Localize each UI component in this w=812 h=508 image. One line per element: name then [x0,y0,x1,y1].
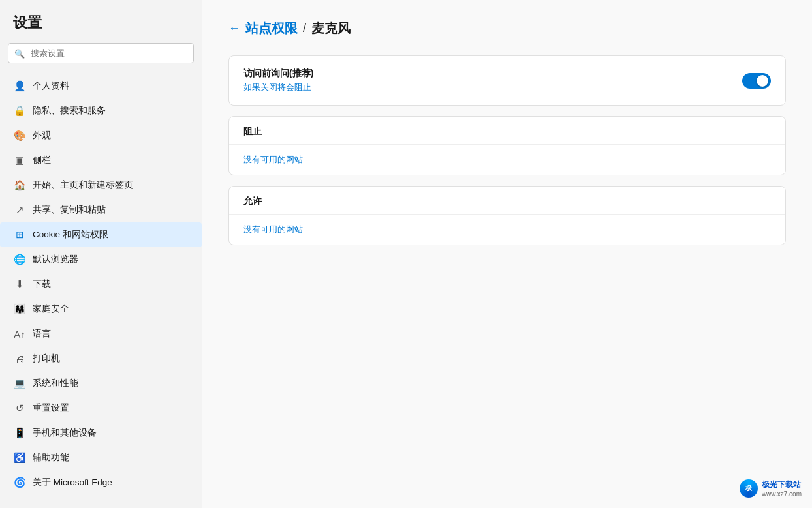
search-input[interactable] [8,43,194,63]
sidebar-item-accessibility[interactable]: ♿ 辅助功能 [0,445,202,470]
nav-icon-mobile: 📱 [13,426,26,440]
allow-empty-text: 没有可用的网站 [229,215,785,245]
ask-section-row: 访问前询问(推荐) 如果关闭将会阻止 [243,68,771,93]
nav-icon-share: ↗ [13,203,26,217]
breadcrumb-current: 麦克风 [311,20,351,37]
nav-icon-print: 🖨 [13,352,26,365]
watermark-logo: 极 [740,479,758,498]
breadcrumb-parent[interactable]: 站点权限 [245,20,298,37]
allow-section-card: 允许 没有可用的网站 [228,186,786,245]
nav-label-startup: 开始、主页和新建标签页 [33,179,133,191]
nav-label-system: 系统和性能 [33,378,78,389]
sidebar-title: 设置 [0,13,202,43]
nav-icon-startup: 🏠 [13,179,26,192]
nav-label-about: 关于 Microsoft Edge [33,477,112,488]
nav-icon-privacy: 🔒 [13,104,26,117]
watermark-text: 极光下载站 www.xz7.com [762,479,802,498]
sidebar-item-browser[interactable]: 🌐 默认浏览器 [0,247,202,272]
nav-list: 👤 个人资料 🔒 隐私、搜索和服务 🎨 外观 ▣ 侧栏 🏠 开始、主页和新建标签… [0,74,202,495]
nav-icon-cookies: ⊞ [13,228,26,241]
ask-section-subtitle: 如果关闭将会阻止 [243,82,313,93]
nav-icon-system: 💻 [13,377,26,390]
watermark-line1: 极光下载站 [762,479,802,490]
back-button[interactable]: ← [228,22,240,35]
nav-icon-language: A↑ [13,327,26,340]
nav-icon-about: 🌀 [13,476,26,489]
sidebar-item-family[interactable]: 👨‍👩‍👧 家庭安全 [0,297,202,321]
sidebar-item-sidebar[interactable]: ▣ 侧栏 [0,148,202,173]
sidebar-item-profile[interactable]: 👤 个人资料 [0,74,202,98]
nav-icon-sidebar: ▣ [13,154,26,167]
nav-icon-accessibility: ♿ [13,451,26,464]
sidebar-item-privacy[interactable]: 🔒 隐私、搜索和服务 [0,98,202,123]
nav-label-print: 打印机 [33,353,60,365]
search-box: 🔍 [8,43,194,63]
nav-icon-downloads: ⬇ [13,278,26,291]
nav-label-accessibility: 辅助功能 [33,452,69,464]
sidebar-item-cookies[interactable]: ⊞ Cookie 和网站权限 [0,222,202,247]
sidebar-item-reset[interactable]: ↺ 重置设置 [0,396,202,421]
ask-section-body: 访问前询问(推荐) 如果关闭将会阻止 [229,56,785,105]
ask-section-text: 访问前询问(推荐) 如果关闭将会阻止 [243,68,313,93]
nav-label-downloads: 下载 [33,278,51,290]
sidebar-item-appearance[interactable]: 🎨 外观 [0,123,202,148]
nav-label-reset: 重置设置 [33,402,69,414]
ask-section-title: 访问前询问(推荐) [243,68,313,80]
search-icon: 🔍 [14,48,25,58]
nav-icon-appearance: 🎨 [13,129,26,142]
block-section-heading: 阻止 [229,117,785,145]
allow-section-heading: 允许 [229,187,785,215]
watermark: 极 极光下载站 www.xz7.com [740,479,802,498]
nav-label-language: 语言 [33,328,51,340]
nav-label-mobile: 手机和其他设备 [33,427,97,439]
main-content: ← 站点权限 / 麦克风 访问前询问(推荐) 如果关闭将会阻止 阻止 没有可用的… [202,0,812,508]
nav-icon-profile: 👤 [13,80,26,93]
sidebar: 设置 🔍 👤 个人资料 🔒 隐私、搜索和服务 🎨 外观 ▣ 侧栏 🏠 开始、主页… [0,0,202,508]
nav-label-share: 共享、复制和粘贴 [33,204,106,216]
breadcrumb: ← 站点权限 / 麦克风 [228,20,786,37]
nav-label-family: 家庭安全 [33,303,69,315]
sidebar-item-mobile[interactable]: 📱 手机和其他设备 [0,421,202,445]
watermark-line2: www.xz7.com [762,490,802,498]
nav-label-appearance: 外观 [33,130,51,142]
nav-icon-reset: ↺ [13,402,26,415]
sidebar-item-language[interactable]: A↑ 语言 [0,321,202,346]
block-empty-text: 没有可用的网站 [229,145,785,175]
sidebar-item-startup[interactable]: 🏠 开始、主页和新建标签页 [0,173,202,198]
ask-toggle[interactable] [742,73,771,89]
sidebar-item-downloads[interactable]: ⬇ 下载 [0,272,202,297]
sidebar-item-print[interactable]: 🖨 打印机 [0,346,202,371]
sidebar-item-system[interactable]: 💻 系统和性能 [0,371,202,396]
sidebar-item-share[interactable]: ↗ 共享、复制和粘贴 [0,198,202,222]
ask-section-card: 访问前询问(推荐) 如果关闭将会阻止 [228,55,786,106]
sidebar-item-about[interactable]: 🌀 关于 Microsoft Edge [0,470,202,495]
breadcrumb-separator: / [303,22,306,35]
nav-label-browser: 默认浏览器 [33,254,78,265]
nav-label-cookies: Cookie 和网站权限 [33,229,108,241]
nav-icon-browser: 🌐 [13,253,26,266]
block-section-card: 阻止 没有可用的网站 [228,116,786,175]
nav-icon-family: 👨‍👩‍👧 [13,303,26,316]
nav-label-profile: 个人资料 [33,80,69,92]
nav-label-privacy: 隐私、搜索和服务 [33,105,106,117]
nav-label-sidebar: 侧栏 [33,155,51,166]
